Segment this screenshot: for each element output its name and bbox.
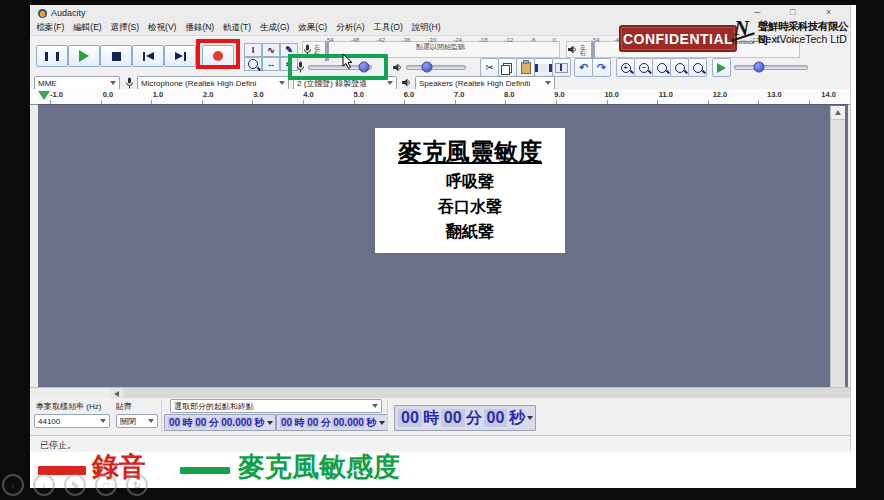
- slider-thumb[interactable]: [753, 62, 764, 73]
- zoom-in-button[interactable]: +: [616, 58, 635, 77]
- speaker-icon: [567, 44, 578, 55]
- vertical-scrollbar[interactable]: [830, 106, 845, 387]
- selection-start-field[interactable]: 00時 00分 00.000秒: [164, 414, 276, 431]
- chevron-down-icon: [148, 419, 154, 423]
- menu-item[interactable]: 編輯(E): [69, 22, 106, 34]
- video-frame-button[interactable]: □: [95, 474, 117, 496]
- speaker-icon: [401, 77, 412, 88]
- menu-item[interactable]: 分析(A): [332, 22, 369, 34]
- stop-button[interactable]: [100, 45, 132, 67]
- timeshift-tool-button[interactable]: ↔: [262, 57, 280, 71]
- chevron-down-icon: [379, 421, 385, 425]
- menu-item[interactable]: 說明(H): [407, 22, 445, 34]
- playback-device-select[interactable]: Speakers (Realtek High Definiti: [415, 76, 555, 90]
- pause-button[interactable]: [36, 45, 68, 67]
- zoom-toggle-button[interactable]: [688, 58, 707, 77]
- ruler-labels: -1.00.01.02.03.04.05.06.07.08.09.010.011…: [50, 90, 836, 99]
- nextvoice-logo: N: [734, 17, 749, 39]
- skip-to-start-button[interactable]: [132, 45, 164, 67]
- audio-position-field[interactable]: 00時 00分 00秒: [394, 405, 536, 431]
- legend-green-dash: [180, 467, 230, 474]
- silence-audio-button[interactable]: [552, 58, 571, 77]
- note-line: 翻紙聲: [377, 222, 563, 243]
- menu-item[interactable]: 檔案(F): [32, 22, 69, 34]
- redo-icon: ↷: [597, 62, 606, 73]
- title-bar: Audacity ─ □ ×: [30, 5, 850, 21]
- meter-right-label: 右: [580, 50, 586, 56]
- recording-device-select[interactable]: Microphone (Realtek High Defini: [137, 76, 289, 90]
- chevron-down-icon: [100, 419, 106, 423]
- paste-button[interactable]: [516, 58, 535, 77]
- ruler-tick-label: 2.0: [203, 90, 213, 99]
- menu-item[interactable]: 軌道(T): [219, 22, 256, 34]
- playback-volume-slider[interactable]: [392, 59, 472, 75]
- redo-button[interactable]: ↷: [592, 58, 611, 77]
- play-speed-icon: [717, 63, 726, 73]
- ruler-tick-label: -1.0: [50, 90, 63, 99]
- skip-to-end-button[interactable]: [164, 45, 196, 67]
- zoom-toggle-icon: [693, 63, 703, 73]
- selection-tool-button[interactable]: I: [244, 43, 262, 57]
- status-bar: 已停止。: [30, 435, 850, 452]
- play-button[interactable]: [68, 45, 100, 67]
- pause-icon: [45, 52, 59, 61]
- mouse-cursor: [342, 53, 354, 70]
- undo-button[interactable]: ↶: [574, 58, 593, 77]
- slider-thumb[interactable]: [422, 62, 433, 73]
- zoom-fit-icon: [675, 63, 685, 73]
- chevron-down-icon: [267, 421, 273, 425]
- ruler-tick-label: 6.0: [404, 90, 414, 99]
- video-loop-button[interactable]: ↻: [126, 474, 148, 496]
- timeline-ruler[interactable]: -1.00.01.02.03.04.05.06.07.08.09.010.011…: [30, 89, 850, 105]
- playback-speed-slider[interactable]: [734, 59, 808, 75]
- ruler-tick-label: 3.0: [253, 90, 263, 99]
- copy-button[interactable]: [498, 58, 517, 77]
- menu-item[interactable]: 效果(C): [294, 22, 332, 34]
- maximize-button[interactable]: □: [790, 8, 795, 17]
- chevron-down-icon: [545, 81, 551, 85]
- timeline-pin-icon[interactable]: [38, 91, 50, 100]
- menu-item[interactable]: 生成(G): [256, 22, 294, 34]
- ruler-tick-label: 7.0: [454, 90, 464, 99]
- close-button[interactable]: ×: [826, 8, 831, 17]
- zoom-selection-button[interactable]: [652, 58, 671, 77]
- snap-select[interactable]: 關閉: [116, 414, 158, 428]
- zoom-out-button[interactable]: −: [634, 58, 653, 77]
- menu-item[interactable]: 播錄(N): [181, 22, 219, 34]
- selection-range-select[interactable]: 選取部分的起點和終點: [170, 399, 382, 413]
- microphone-icon: [125, 77, 134, 89]
- skip-end-icon: [175, 52, 183, 60]
- menu-item[interactable]: 檢視(V): [144, 22, 181, 34]
- chevron-down-icon: [527, 416, 533, 420]
- selection-end-field[interactable]: 00時 00分 00.000秒: [276, 414, 388, 431]
- ruler-tick-label: 5.0: [354, 90, 364, 99]
- note-title: 麥克風靈敏度: [377, 136, 563, 168]
- minimize-button[interactable]: ─: [754, 8, 760, 17]
- envelope-tool-button[interactable]: ∿: [262, 43, 280, 57]
- menu-item[interactable]: 選擇(S): [106, 22, 143, 34]
- ruler-tick-label: 10.0: [604, 90, 619, 99]
- video-play-button[interactable]: ›: [33, 474, 55, 496]
- speaker-icon: [392, 62, 403, 73]
- zoom-fit-button[interactable]: [670, 58, 689, 77]
- status-text: 已停止。: [40, 439, 76, 452]
- scroll-up-button[interactable]: [831, 106, 845, 120]
- trim-icon: [535, 64, 552, 72]
- cut-button[interactable]: ✂: [480, 58, 499, 77]
- zoom-out-icon: −: [639, 63, 649, 73]
- zoom-tool-button[interactable]: [244, 57, 262, 71]
- track-area[interactable]: 麥克風靈敏度 呼吸聲吞口水聲翻紙聲: [38, 104, 848, 388]
- menu-item[interactable]: 工具(O): [369, 22, 407, 34]
- copy-icon: [503, 63, 512, 73]
- video-prev-button[interactable]: ‹: [2, 474, 24, 496]
- audio-host-select[interactable]: MME: [34, 76, 120, 90]
- monitor-hint[interactable]: 點選以開始監聽: [322, 42, 559, 52]
- ruler-tick-label: 12.0: [713, 90, 728, 99]
- ruler-tick-label: 11.0: [659, 90, 673, 99]
- play-at-speed-button[interactable]: [712, 58, 731, 77]
- zoom-selection-icon: [657, 63, 667, 73]
- ruler-tick-label: 0.0: [103, 90, 113, 99]
- trim-audio-button[interactable]: [534, 58, 553, 77]
- project-rate-select[interactable]: 44100: [34, 414, 110, 428]
- video-edit-button[interactable]: ✎: [64, 474, 86, 496]
